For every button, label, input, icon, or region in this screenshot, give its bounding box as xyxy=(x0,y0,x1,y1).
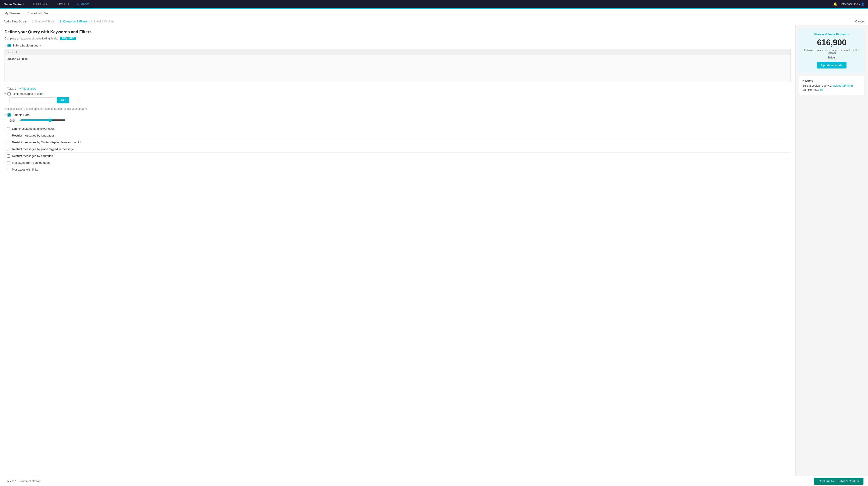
required-badge: REQUIRED xyxy=(60,37,76,40)
sample-rate-value: 68% xyxy=(9,119,18,122)
cancel-button[interactable]: Cancel xyxy=(855,20,864,23)
breadcrumb-sep2: › xyxy=(89,20,90,23)
filter-arrow-2[interactable]: › xyxy=(4,141,5,144)
filter-checkbox-0[interactable] xyxy=(7,127,10,131)
sample-rate-section: ▾ Sample Rate 68% xyxy=(4,113,791,123)
query-sample-row: Sample Rate: 68 xyxy=(803,88,861,91)
filter-arrow-5[interactable]: › xyxy=(4,162,5,164)
update-estimate-button[interactable]: Update estimate xyxy=(817,62,847,68)
optional-header-text: Optional fields xyxy=(4,107,22,110)
user-avatar-icon: 👤 xyxy=(861,2,864,6)
filter-checkbox-6[interactable] xyxy=(7,168,10,171)
filter-row: › Restrict messages by languages xyxy=(4,132,791,139)
filter-rows-container: › Limit messages by follower count › Res… xyxy=(4,125,791,173)
query-summary-header[interactable]: ▾ Query xyxy=(803,79,861,82)
boolean-query-label: Build a boolean query... xyxy=(12,44,43,47)
user-name: Bottlenose, Inc xyxy=(840,2,858,6)
filter-label-0: Limit messages by follower count xyxy=(12,127,55,131)
filter-label-6: Messages with links xyxy=(12,168,38,171)
query-sample-label: Sample Rate: xyxy=(803,88,819,91)
query-summary-card: ▾ Query Build a boolean query...: (adida… xyxy=(799,76,864,95)
filter-label-3: Restrict messages by place tagged in mes… xyxy=(12,147,74,151)
filter-arrow-0[interactable]: › xyxy=(4,128,5,130)
volume-estimator-card: Stream Volume Estimator 616,900 Estimate… xyxy=(799,29,864,73)
app-logo: Nerve Center® xyxy=(4,2,24,6)
nav-links: DISCOVER COMPUTE STREAM xyxy=(30,0,93,8)
limit-messages-toggle[interactable]: ▾ Limit messages to users xyxy=(4,92,791,95)
nav-compute[interactable]: COMPUTE xyxy=(52,0,74,8)
query-input-area[interactable]: adidas OR nike xyxy=(5,55,790,82)
filter-row: › Limit messages by follower count xyxy=(4,125,791,132)
sample-rate-slider[interactable] xyxy=(20,118,65,122)
query-sample-value: 68 xyxy=(820,88,823,91)
volume-number: 616,900 xyxy=(803,38,861,48)
query-footer: Total: 1 | + Add a query xyxy=(4,85,791,92)
limit-messages-checkbox[interactable] xyxy=(7,92,11,95)
page-title: Define your Query with Keywords and Filt… xyxy=(4,30,791,34)
sample-rate-label: Sample Rate xyxy=(12,113,29,117)
filter-checkbox-1[interactable] xyxy=(7,134,10,137)
volume-subtitle: Estimated number of messages per month f… xyxy=(803,49,861,54)
bottom-bar: Back to 1. Source of Stream Continue to … xyxy=(0,476,868,486)
nav-right: 🔔 Bottlenose, Inc ▾ 👤 xyxy=(833,2,864,6)
query-value: adidas OR nike xyxy=(7,57,28,61)
filter-row: › Restrict messages by countries xyxy=(4,152,791,159)
filter-checkbox-5[interactable] xyxy=(7,161,10,165)
limit-messages-label: Limit messages to users xyxy=(12,92,44,95)
optional-fields-section: Optional fields (Choose optional filters… xyxy=(4,107,791,173)
query-total: Total: 1 xyxy=(7,87,16,90)
nav-discover[interactable]: DISCOVER xyxy=(30,0,52,8)
filter-arrow-3[interactable]: › xyxy=(4,148,5,150)
breadcrumb-row: Add a New Stream 1. Source of Stream › 2… xyxy=(0,18,868,25)
filter-checkbox-2[interactable] xyxy=(7,141,10,144)
filter-arrow-4[interactable]: › xyxy=(4,155,5,157)
nav-stream[interactable]: STREAM xyxy=(74,0,93,8)
filter-arrow-1[interactable]: › xyxy=(4,135,5,137)
sample-rate-toggle[interactable]: ▾ Sample Rate xyxy=(4,113,791,117)
required-row: Complete at least one of the following f… xyxy=(4,37,791,40)
left-panel: Define your Query with Keywords and Filt… xyxy=(0,25,796,476)
filter-checkbox-4[interactable] xyxy=(7,154,10,158)
boolean-query-arrow: ▾ xyxy=(4,44,6,47)
filter-row: › Messages with links xyxy=(4,166,791,173)
breadcrumb-step3[interactable]: 3. Label & Confirm xyxy=(91,20,114,23)
query-build-row: Build a boolean query...: (adidas OR nik… xyxy=(803,84,861,87)
breadcrumb-steps: 1. Source of Stream › 2. Keywords & Filt… xyxy=(32,20,114,23)
add-user-button[interactable]: Add xyxy=(57,97,69,104)
filter-label-4: Restrict messages by countries xyxy=(12,154,53,158)
tabs-row: My Streams Shared with Me xyxy=(0,9,868,18)
volume-source: Twitter xyxy=(803,56,861,59)
user-chevron: ▾ xyxy=(859,2,860,6)
top-navigation: Nerve Center® DISCOVER COMPUTE STREAM 🔔 … xyxy=(0,0,868,8)
back-link[interactable]: Back to 1. Source of Stream xyxy=(4,479,41,483)
filter-label-2: Restrict messages by Twitter displayName… xyxy=(12,141,81,144)
boolean-query-toggle[interactable]: ▾ Build a boolean query... xyxy=(4,44,791,47)
main-content: Define your Query with Keywords and Filt… xyxy=(0,25,868,476)
filter-label-1: Restrict messages by languages xyxy=(12,134,55,137)
filter-row: › Restrict messages by Twitter displayNa… xyxy=(4,139,791,146)
sample-rate-checkbox[interactable] xyxy=(7,113,11,117)
filter-row: › Messages from verified users xyxy=(4,159,791,166)
bell-icon[interactable]: 🔔 xyxy=(833,2,837,6)
limit-messages-input[interactable] xyxy=(9,97,55,104)
query-summary-arrow: ▾ xyxy=(803,79,804,82)
add-query-link[interactable]: + Add a query xyxy=(20,87,36,90)
filter-row: › Restrict messages by place tagged in m… xyxy=(4,146,791,152)
required-label: Complete at least one of the following f… xyxy=(4,37,58,40)
tab-my-streams[interactable]: My Streams xyxy=(4,9,21,18)
continue-button[interactable]: Continue to 3. Label & Confirm xyxy=(814,478,864,485)
sample-rate-arrow: ▾ xyxy=(4,114,6,116)
optional-subtext: (Choose optional filters to further rest… xyxy=(23,107,87,110)
breadcrumb-step1[interactable]: 1. Source of Stream xyxy=(32,20,56,23)
breadcrumb-step2[interactable]: 2. Keywords & Filters xyxy=(60,20,88,23)
sample-rate-row: 68% xyxy=(4,118,791,123)
boolean-query-checkbox[interactable] xyxy=(7,44,11,47)
query-build-value: (adidas OR nike) xyxy=(832,84,853,87)
tab-shared-with-me[interactable]: Shared with Me xyxy=(27,9,49,18)
limit-messages-section: ▾ Limit messages to users Add xyxy=(4,92,791,104)
logo-text: Nerve Center xyxy=(4,2,22,6)
right-panel: Stream Volume Estimator 616,900 Estimate… xyxy=(796,25,868,476)
filter-arrow-6[interactable]: › xyxy=(4,169,5,171)
filter-checkbox-3[interactable] xyxy=(7,148,10,151)
user-menu[interactable]: Bottlenose, Inc ▾ 👤 xyxy=(840,2,864,6)
